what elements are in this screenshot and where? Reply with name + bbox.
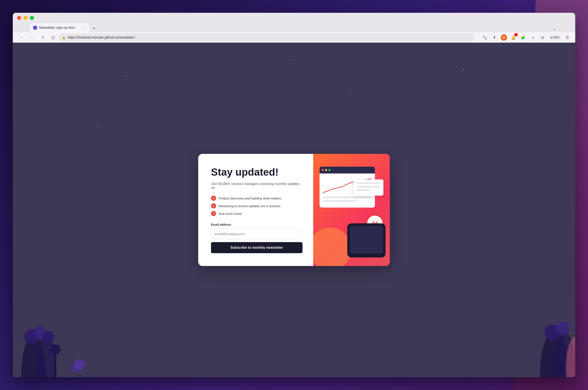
check-icon-1 (211, 196, 216, 201)
share-icon[interactable]: ⬆ (491, 34, 498, 41)
close-button[interactable] (17, 16, 21, 20)
lock-icon: 🔒 (62, 36, 66, 39)
traffic-lights (17, 16, 34, 20)
card-right-illustration: 94 (313, 154, 390, 266)
email-label: Email address (211, 223, 303, 226)
url-text: https://frontend-monster.github.io/newsl… (68, 36, 135, 40)
card-title: Stay updated! (211, 167, 303, 178)
illus-line-1 (323, 196, 371, 198)
illustration-browser-bar (319, 167, 375, 173)
wallet-icon[interactable]: ⊟ (539, 34, 546, 41)
illus-doc-line-1 (356, 182, 380, 184)
tab-close-icon[interactable]: × (84, 26, 86, 29)
checklist: Product discovery and building what matt… (211, 196, 303, 216)
checklist-text-1: Product discovery and building what matt… (219, 196, 281, 200)
illus-dot-red (322, 169, 324, 171)
tab-favicon (33, 26, 37, 30)
address-bar-row: ‹ › ↻ ⊟ 🔒 https://frontend-monster.githu… (13, 32, 575, 43)
browser-window: Newsletter sign-up form × + ⌄ ‹ › ↻ ⊟ 🔒 … (13, 13, 575, 377)
illustration-phone (347, 223, 386, 257)
refresh-button[interactable]: ↻ (39, 34, 47, 41)
browser-chrome: Newsletter sign-up form × + ⌄ ‹ › ↻ ⊟ 🔒 … (13, 13, 575, 43)
email-input[interactable] (211, 229, 303, 239)
illustration-document (353, 179, 383, 196)
browser-actions: 🔍 ⬆ B 🔔 🧩 ♬ ⊟ ● VPN ☰ (481, 34, 571, 41)
illus-dot-yellow (325, 169, 327, 171)
card-left-content: Stay updated! Join 60,000+ product manag… (198, 154, 313, 266)
illustration-phone-screen (350, 226, 383, 254)
illus-dot-green (328, 169, 331, 171)
card-subtitle: Join 60,000+ product managers receiving … (211, 182, 303, 190)
search-icon[interactable]: 🔍 (481, 34, 488, 41)
checklist-item-3: And much more! (211, 211, 303, 216)
maximize-button[interactable] (30, 16, 34, 20)
check-icon-3 (211, 211, 216, 216)
tab-menu-button[interactable]: ⌄ (550, 25, 558, 32)
checklist-item-2: Measuring to ensure updates are a succes… (211, 203, 303, 208)
active-tab[interactable]: Newsletter sign-up form × (30, 23, 89, 32)
illus-doc-line-3 (356, 189, 371, 191)
title-bar (13, 13, 575, 23)
tab-title: Newsletter sign-up form (39, 26, 75, 30)
media-icon[interactable]: ♬ (529, 34, 537, 41)
checklist-text-2: Measuring to ensure updates are a succes… (219, 204, 281, 208)
illus-line-2 (323, 200, 357, 202)
checklist-item-1: Product discovery and building what matt… (211, 196, 303, 201)
bookmark-button[interactable]: ⊟ (51, 35, 55, 40)
brave-icon[interactable]: B (501, 34, 507, 41)
extension-icon[interactable]: 🧩 (519, 34, 527, 41)
vpn-button[interactable]: ● VPN (549, 35, 561, 40)
checklist-text-3: And much more! (219, 212, 242, 215)
newsletter-card: Stay updated! Join 60,000+ product manag… (198, 154, 390, 266)
minimize-button[interactable] (23, 16, 28, 20)
check-icon-2 (211, 203, 216, 208)
illus-doc-line-2 (356, 186, 380, 188)
new-tab-button[interactable]: + (90, 25, 98, 32)
subscribe-button[interactable]: Subscribe to monthly newsletter (211, 242, 303, 253)
forward-button[interactable]: › (28, 34, 36, 41)
blob-decoration (313, 228, 352, 266)
browser-content: Stay updated! Join 60,000+ product manag… (13, 43, 575, 377)
back-button[interactable]: ‹ (17, 34, 25, 41)
address-bar[interactable]: 🔒 https://frontend-monster.github.io/new… (59, 34, 474, 42)
notification-icon[interactable]: 🔔 (510, 34, 517, 41)
tabs-bar: Newsletter sign-up form × + ⌄ (13, 23, 575, 32)
menu-icon[interactable]: ☰ (564, 34, 571, 41)
